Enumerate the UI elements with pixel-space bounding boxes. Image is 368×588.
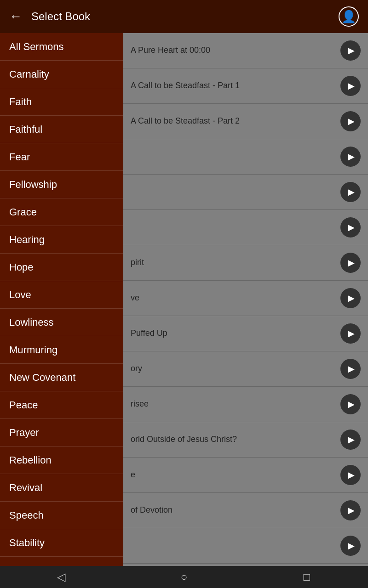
play-button[interactable]: ▶ bbox=[340, 536, 361, 556]
play-icon: ▶ bbox=[348, 435, 355, 445]
play-button[interactable]: ▶ bbox=[340, 182, 361, 202]
play-icon: ▶ bbox=[348, 152, 355, 162]
play-button[interactable]: ▶ bbox=[340, 465, 361, 485]
sermon-row[interactable]: ▶ bbox=[123, 175, 368, 210]
play-button[interactable]: ▶ bbox=[340, 323, 361, 344]
play-button[interactable]: ▶ bbox=[340, 147, 361, 167]
sidebar-item-label: Faithful bbox=[9, 124, 42, 136]
sidebar-item-hope[interactable]: Hope bbox=[0, 254, 123, 281]
sidebar-item-prayer[interactable]: Prayer bbox=[0, 419, 123, 447]
sermon-title: A Call to be Steadfast - Part 1 bbox=[131, 80, 340, 91]
sermon-row[interactable]: A Call to be Steadfast - Part 2▶ bbox=[123, 104, 368, 139]
back-icon[interactable]: ← bbox=[9, 9, 22, 24]
sermon-row[interactable]: orld Outside of Jesus Christ?▶ bbox=[123, 422, 368, 458]
sidebar-item-peace[interactable]: Peace bbox=[0, 391, 123, 419]
sidebar-item-faithful[interactable]: Faithful bbox=[0, 116, 123, 143]
play-button[interactable]: ▶ bbox=[340, 359, 361, 379]
account-icon[interactable]: 👤 bbox=[339, 6, 359, 27]
sidebar-item-label: Carnality bbox=[9, 68, 49, 80]
sermon-row[interactable]: ▶ bbox=[123, 139, 368, 175]
play-button[interactable]: ▶ bbox=[340, 288, 361, 308]
sidebar-item-label: Hearing bbox=[9, 234, 45, 246]
sidebar-item-stability[interactable]: Stability bbox=[0, 529, 123, 557]
app-title: Select Book bbox=[31, 10, 339, 23]
sermon-title: Puffed Up bbox=[131, 328, 340, 339]
sermon-title: of Devotion bbox=[131, 505, 340, 515]
play-icon: ▶ bbox=[348, 187, 355, 197]
sidebar-item-label: Peace bbox=[9, 399, 38, 411]
sidebar-item-all-sermons[interactable]: All Sermons bbox=[0, 33, 123, 61]
main-content: All SermonsCarnalityFaithFaithfulFearFel… bbox=[0, 33, 368, 566]
play-icon: ▶ bbox=[348, 470, 355, 480]
content-area: A Pure Heart at 00:00▶A Call to be Stead… bbox=[123, 33, 368, 566]
play-icon: ▶ bbox=[348, 45, 355, 56]
sidebar-item-label: Prayer bbox=[9, 427, 39, 439]
play-button[interactable]: ▶ bbox=[340, 430, 361, 450]
nav-recent-icon[interactable]: □ bbox=[293, 566, 321, 588]
sidebar-item-fellowship[interactable]: Fellowship bbox=[0, 171, 123, 198]
play-button[interactable]: ▶ bbox=[340, 217, 361, 237]
sermon-title: ve bbox=[131, 293, 340, 303]
sidebar-item-label: Rebellion bbox=[9, 454, 52, 466]
sidebar-item-faith[interactable]: Faith bbox=[0, 88, 123, 116]
app-bar: ← Select Book 👤 bbox=[0, 0, 368, 33]
play-button[interactable]: ▶ bbox=[340, 253, 361, 273]
play-icon: ▶ bbox=[348, 222, 355, 232]
sidebar-item-label: Lowliness bbox=[9, 317, 54, 328]
play-icon: ▶ bbox=[348, 293, 355, 303]
play-icon: ▶ bbox=[348, 258, 355, 268]
play-button[interactable]: ▶ bbox=[340, 394, 361, 414]
sidebar-item-revival[interactable]: Revival bbox=[0, 474, 123, 502]
play-icon: ▶ bbox=[348, 505, 355, 515]
sermon-title: A Call to be Steadfast - Part 2 bbox=[131, 116, 340, 126]
sidebar-item-label: Faith bbox=[9, 96, 32, 108]
sermon-title: e bbox=[131, 469, 340, 480]
play-button[interactable]: ▶ bbox=[340, 76, 361, 96]
sermon-row[interactable]: ve▶ bbox=[123, 281, 368, 316]
sermon-row[interactable]: risee▶ bbox=[123, 387, 368, 422]
sermon-title: orld Outside of Jesus Christ? bbox=[131, 434, 340, 445]
sidebar-item-label: New Covenant bbox=[9, 372, 75, 384]
play-icon: ▶ bbox=[348, 81, 355, 91]
sidebar-item-new-covenant[interactable]: New Covenant bbox=[0, 364, 123, 391]
sidebar-item-label: All Sermons bbox=[9, 41, 64, 53]
sermon-title: ory bbox=[131, 363, 340, 374]
sermon-row[interactable]: ory▶ bbox=[123, 351, 368, 387]
sidebar-item-label: Fear bbox=[9, 151, 30, 163]
sidebar-item-speech[interactable]: Speech bbox=[0, 502, 123, 529]
sidebar-item-label: Hope bbox=[9, 261, 34, 273]
sidebar-item-label: Love bbox=[9, 289, 31, 301]
play-button[interactable]: ▶ bbox=[340, 111, 361, 131]
sidebar-item-murmuring[interactable]: Murmuring bbox=[0, 336, 123, 364]
play-button[interactable]: ▶ bbox=[340, 40, 361, 61]
sermon-row[interactable]: A Call to be Steadfast - Part 1▶ bbox=[123, 68, 368, 104]
play-icon: ▶ bbox=[348, 541, 355, 551]
sermon-row[interactable]: ▶ bbox=[123, 210, 368, 245]
nav-back-icon[interactable]: ◁ bbox=[47, 566, 75, 588]
nav-bar: ◁ ○ □ bbox=[0, 566, 368, 588]
sidebar-item-fear[interactable]: Fear bbox=[0, 143, 123, 171]
sermon-title: risee bbox=[131, 399, 340, 409]
sermon-row[interactable]: A Pure Heart at 00:00▶ bbox=[123, 33, 368, 68]
play-icon: ▶ bbox=[348, 364, 355, 374]
sidebar-item-lowliness[interactable]: Lowliness bbox=[0, 309, 123, 336]
sidebar-item-label: Fellowship bbox=[9, 179, 57, 191]
sidebar-item-label: Murmuring bbox=[9, 344, 58, 356]
sermon-row[interactable]: pirit▶ bbox=[123, 245, 368, 281]
sermon-title: pirit bbox=[131, 257, 340, 268]
sidebar-item-label: Grace bbox=[9, 206, 37, 218]
sidebar-item-rebellion[interactable]: Rebellion bbox=[0, 447, 123, 474]
sidebar-item-love[interactable]: Love bbox=[0, 281, 123, 309]
sidebar-item-carnality[interactable]: Carnality bbox=[0, 61, 123, 88]
nav-home-icon[interactable]: ○ bbox=[170, 566, 198, 588]
play-icon: ▶ bbox=[348, 399, 355, 409]
play-button[interactable]: ▶ bbox=[340, 500, 361, 520]
sermon-row[interactable]: ▶ bbox=[123, 528, 368, 564]
sidebar-item-grace[interactable]: Grace bbox=[0, 198, 123, 226]
sidebar-item-hearing[interactable]: Hearing bbox=[0, 226, 123, 254]
play-icon: ▶ bbox=[348, 116, 355, 126]
sermon-row[interactable]: Puffed Up▶ bbox=[123, 316, 368, 351]
sidebar-item-label: Revival bbox=[9, 482, 42, 494]
sermon-row[interactable]: e▶ bbox=[123, 458, 368, 493]
sermon-row[interactable]: of Devotion▶ bbox=[123, 493, 368, 528]
